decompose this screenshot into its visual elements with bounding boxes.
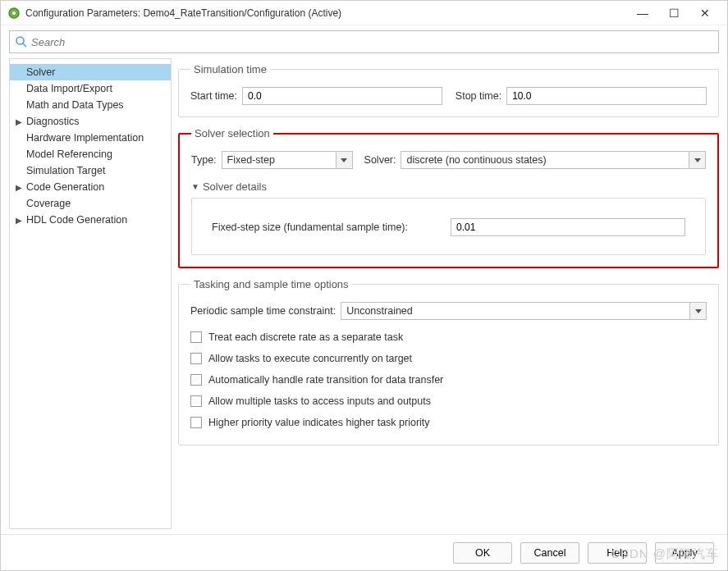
search-icon (15, 35, 28, 48)
bottom-button-bar: OK Cancel Help Apply (1, 534, 727, 570)
start-time-input[interactable] (242, 87, 442, 105)
dropdown-icon (689, 303, 706, 319)
simulation-time-group: Simulation time Start time: Stop time: (178, 63, 719, 117)
group-title: Simulation time (190, 63, 270, 75)
nav-item-code-generation[interactable]: ▶Code Generation (10, 179, 171, 195)
nav-item-coverage[interactable]: Coverage (10, 195, 171, 212)
start-time-label: Start time: (190, 90, 237, 102)
nav-item-simulation-target[interactable]: Simulation Target (10, 162, 171, 179)
nav-label: Diagnostics (26, 116, 80, 127)
check-concurrent-target[interactable]: Allow tasks to execute concurrently on t… (190, 348, 707, 369)
constraint-value: Unconstrained (341, 305, 689, 317)
nav-label: Hardware Implementation (26, 132, 144, 144)
check-label: Automatically handle rate transition for… (208, 374, 443, 386)
search-bar[interactable] (9, 30, 719, 53)
check-label: Allow tasks to execute concurrently on t… (208, 353, 412, 364)
check-multiple-tasks-io[interactable]: Allow multiple tasks to access inputs an… (190, 391, 707, 412)
fixed-step-label: Fixed-step size (fundamental sample time… (212, 222, 408, 233)
stop-time-input[interactable] (506, 87, 707, 105)
expand-icon: ▶ (15, 117, 23, 126)
tasking-group: Tasking and sample time options Periodic… (178, 278, 719, 445)
checkbox-icon (190, 353, 202, 364)
nav-item-diagnostics[interactable]: ▶Diagnostics (10, 113, 171, 130)
stop-time-label: Stop time: (456, 90, 501, 102)
checkbox-icon (190, 395, 202, 407)
solver-value: discrete (no continuous states) (401, 154, 689, 166)
nav-label: Model Referencing (26, 148, 112, 160)
checkbox-icon (190, 331, 202, 343)
check-label: Treat each discrete rate as a separate t… (208, 331, 403, 343)
nav-item-solver[interactable]: Solver (10, 64, 171, 80)
fixed-step-input[interactable] (451, 218, 685, 236)
check-higher-priority[interactable]: Higher priority value indicates higher t… (190, 412, 707, 433)
minimize-button[interactable]: — (627, 2, 658, 25)
nav-item-hdl-code-generation[interactable]: ▶HDL Code Generation (10, 212, 171, 228)
dropdown-icon (336, 152, 352, 168)
ok-button[interactable]: OK (453, 542, 512, 564)
nav-panel: Solver Data Import/Export Math and Data … (9, 58, 172, 529)
solver-details-body: Fixed-step size (fundamental sample time… (191, 198, 706, 255)
group-title: Solver selection (191, 127, 273, 139)
nav-label: Math and Data Types (26, 99, 124, 111)
nav-item-model-referencing[interactable]: Model Referencing (10, 146, 171, 162)
cancel-button[interactable]: Cancel (520, 542, 579, 564)
constraint-label: Periodic sample time constraint: (190, 305, 336, 317)
nav-label: Code Generation (26, 181, 104, 193)
svg-line-3 (23, 43, 26, 47)
type-combo[interactable]: Fixed-step (222, 151, 353, 169)
help-button[interactable]: Help (588, 542, 647, 564)
search-input[interactable] (31, 36, 713, 48)
collapse-icon: ▼ (191, 182, 199, 191)
nav-label: Simulation Target (26, 165, 105, 176)
svg-point-1 (12, 11, 16, 15)
check-label: Allow multiple tasks to access inputs an… (208, 395, 431, 407)
expand-icon: ▶ (15, 216, 23, 225)
type-value: Fixed-step (222, 154, 336, 166)
checkbox-icon (190, 374, 202, 386)
check-auto-rate-transition[interactable]: Automatically handle rate transition for… (190, 369, 707, 391)
solver-label: Solver: (364, 154, 396, 166)
svg-point-2 (16, 37, 24, 44)
window-controls: — ☐ ✕ (627, 2, 721, 25)
type-label: Type: (191, 154, 217, 166)
close-button[interactable]: ✕ (689, 2, 721, 25)
apply-button[interactable]: Apply (655, 542, 714, 564)
content-panel: Simulation time Start time: Stop time: S… (178, 58, 719, 529)
checkbox-icon (190, 417, 202, 428)
solver-details-title: Solver details (203, 180, 267, 193)
nav-label: Data Import/Export (26, 83, 112, 94)
solver-details-toggle[interactable]: ▼ Solver details (191, 180, 706, 193)
solver-selection-group: Solver selection Type: Fixed-step Solver… (178, 127, 719, 268)
nav-label: Coverage (26, 198, 71, 209)
maximize-button[interactable]: ☐ (658, 2, 689, 25)
expand-icon: ▶ (15, 183, 23, 192)
nav-item-math-data-types[interactable]: Math and Data Types (10, 97, 171, 113)
nav-item-data-import-export[interactable]: Data Import/Export (10, 80, 171, 97)
main-area: Solver Data Import/Export Math and Data … (1, 58, 727, 534)
check-label: Higher priority value indicates higher t… (208, 417, 430, 428)
nav-label: Solver (26, 66, 55, 78)
check-separate-task[interactable]: Treat each discrete rate as a separate t… (190, 327, 707, 348)
nav-label: HDL Code Generation (26, 214, 127, 226)
app-icon (7, 7, 21, 20)
solver-combo[interactable]: discrete (no continuous states) (401, 151, 706, 169)
nav-item-hardware-implementation[interactable]: Hardware Implementation (10, 130, 171, 146)
window-title: Configuration Parameters: Demo4_RateTran… (25, 7, 627, 19)
group-title: Tasking and sample time options (190, 278, 352, 290)
dropdown-icon (689, 152, 705, 168)
constraint-combo[interactable]: Unconstrained (341, 302, 707, 320)
titlebar: Configuration Parameters: Demo4_RateTran… (1, 1, 727, 25)
